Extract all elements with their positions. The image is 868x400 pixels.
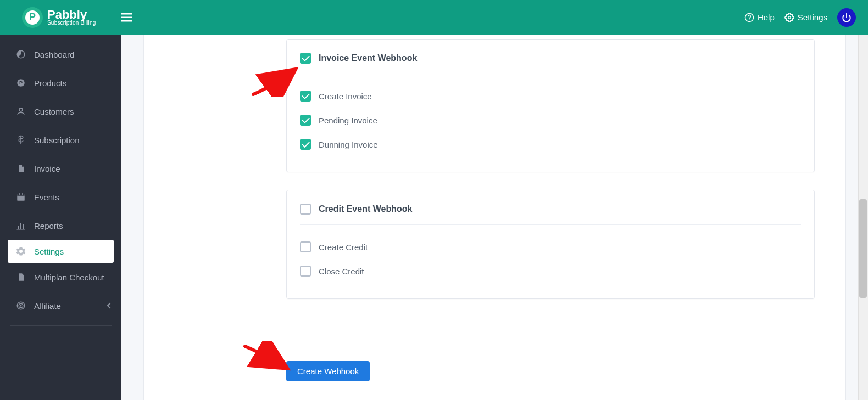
sidebar-item-subscription[interactable]: Subscription	[0, 126, 121, 154]
svg-rect-17	[23, 224, 24, 229]
sidebar-divider	[10, 325, 112, 326]
scrollbar[interactable]	[858, 35, 868, 400]
credit-webhook-checkbox[interactable]	[300, 204, 311, 215]
settings-link[interactable]: Settings	[784, 13, 827, 22]
sidebar: Dashboard P Products Customers Subscript…	[0, 35, 121, 400]
svg-rect-0	[121, 13, 132, 15]
sidebar-item-label: Invoice	[34, 164, 60, 173]
header-right: Help Settings	[744, 8, 856, 27]
subscription-icon	[15, 135, 26, 145]
svg-rect-15	[18, 226, 19, 229]
scrollbar-thumb[interactable]	[859, 199, 867, 298]
svg-point-10	[19, 108, 23, 111]
credit-webhook-item: Close Credit	[300, 259, 801, 283]
brand-logo[interactable]: P Pabbly Subscription Billing	[0, 0, 96, 35]
gear-icon	[15, 246, 26, 256]
create-invoice-checkbox[interactable]	[300, 91, 311, 102]
sidebar-item-dashboard[interactable]: Dashboard	[0, 40, 121, 69]
check-item-label: Dunning Invoice	[319, 140, 378, 149]
svg-rect-14	[22, 193, 23, 195]
invoice-webhook-header: Invoice Event Webhook	[300, 53, 801, 74]
webhook-cards: Invoice Event Webhook Create Invoice Pen…	[286, 35, 815, 317]
sidebar-item-customers[interactable]: Customers	[0, 97, 121, 126]
invoice-webhook-item: Create Invoice	[300, 84, 801, 108]
gear-icon	[784, 13, 794, 22]
invoice-webhook-checkbox[interactable]	[300, 53, 311, 64]
help-icon	[744, 13, 754, 22]
dunning-invoice-checkbox[interactable]	[300, 139, 311, 150]
sidebar-item-reports[interactable]: Reports	[0, 211, 121, 240]
reports-icon	[15, 221, 26, 230]
svg-point-4	[749, 19, 750, 20]
sidebar-item-invoice[interactable]: Invoice	[0, 154, 121, 183]
sidebar-item-events[interactable]: Events	[0, 183, 121, 211]
invoice-webhook-item: Dunning Invoice	[300, 132, 801, 156]
sidebar-item-products[interactable]: P Products	[0, 69, 121, 97]
products-icon: P	[15, 78, 26, 88]
invoice-icon	[15, 164, 26, 173]
check-item-label: Pending Invoice	[319, 116, 377, 125]
svg-rect-13	[19, 193, 20, 195]
app-header: P Pabbly Subscription Billing Help Setti…	[0, 0, 868, 35]
create-webhook-button[interactable]: Create Webhook	[286, 361, 370, 381]
svg-rect-1	[121, 16, 132, 18]
svg-rect-18	[17, 229, 25, 230]
credit-webhook-card: Credit Event Webhook Create Credit Close…	[286, 190, 815, 299]
brand-tagline: Subscription Billing	[47, 20, 96, 26]
sidebar-item-label: Settings	[34, 247, 64, 256]
sidebar-item-settings[interactable]: Settings	[8, 240, 114, 263]
sidebar-item-label: Affiliate	[34, 301, 61, 311]
brand-mark-letter: P	[25, 10, 40, 25]
invoice-webhook-item: Pending Invoice	[300, 108, 801, 132]
help-label: Help	[758, 13, 775, 22]
hamburger-icon	[121, 13, 132, 22]
file-icon	[15, 272, 26, 282]
chevron-left-icon	[107, 301, 112, 311]
sidebar-item-label: Subscription	[34, 136, 80, 145]
credit-webhook-title: Credit Event Webhook	[319, 204, 412, 214]
sidebar-item-multiplan-checkout[interactable]: Multiplan Checkout	[0, 263, 121, 291]
svg-text:P: P	[19, 80, 23, 86]
customers-icon	[15, 106, 26, 116]
brand-name: Pabbly	[47, 9, 96, 21]
settings-label: Settings	[798, 13, 827, 22]
svg-rect-12	[17, 194, 25, 196]
sidebar-item-label: Multiplan Checkout	[34, 273, 104, 282]
svg-point-5	[788, 16, 791, 19]
sidebar-item-affiliate[interactable]: Affiliate	[0, 291, 121, 320]
sidebar-item-label: Dashboard	[34, 50, 74, 59]
sidebar-item-label: Customers	[34, 107, 74, 116]
sidebar-item-label: Events	[34, 193, 59, 202]
check-item-label: Close Credit	[319, 267, 364, 276]
events-icon	[15, 192, 26, 202]
brand-text: Pabbly Subscription Billing	[47, 9, 96, 26]
credit-webhook-item: Create Credit	[300, 235, 801, 259]
create-credit-checkbox[interactable]	[300, 241, 311, 252]
check-item-label: Create Invoice	[319, 92, 372, 101]
svg-point-21	[20, 305, 21, 306]
sidebar-toggle-button[interactable]	[121, 13, 132, 22]
invoice-webhook-title: Invoice Event Webhook	[319, 53, 417, 63]
header-left: P Pabbly Subscription Billing	[0, 0, 132, 35]
pending-invoice-checkbox[interactable]	[300, 115, 311, 126]
close-credit-checkbox[interactable]	[300, 266, 311, 277]
affiliate-icon	[15, 301, 26, 311]
sidebar-item-label: Products	[34, 78, 66, 88]
submit-row: Create Webhook	[286, 361, 370, 381]
dashboard-icon	[15, 49, 26, 59]
main-content: Invoice Event Webhook Create Invoice Pen…	[121, 35, 868, 400]
svg-rect-16	[20, 223, 21, 229]
check-item-label: Create Credit	[319, 243, 368, 252]
help-link[interactable]: Help	[744, 13, 775, 22]
brand-mark-icon: P	[22, 7, 43, 28]
logout-button[interactable]	[837, 8, 856, 27]
sidebar-item-label: Reports	[34, 221, 63, 230]
invoice-webhook-card: Invoice Event Webhook Create Invoice Pen…	[286, 39, 815, 172]
power-icon	[842, 13, 852, 22]
credit-webhook-header: Credit Event Webhook	[300, 204, 801, 225]
svg-rect-2	[121, 20, 132, 22]
